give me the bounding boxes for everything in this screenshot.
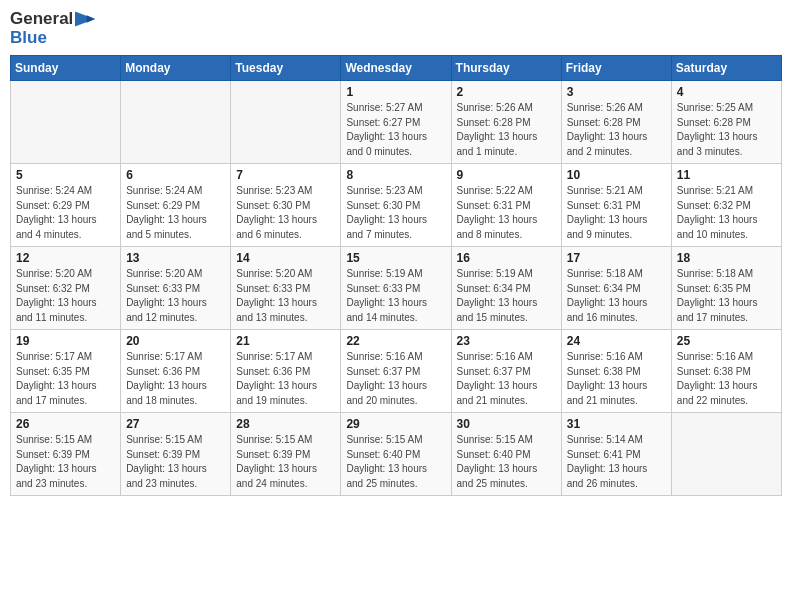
calendar-cell: 29Sunrise: 5:15 AMSunset: 6:40 PMDayligh…: [341, 413, 451, 496]
day-number: 11: [677, 168, 776, 182]
day-info: Sunrise: 5:20 AMSunset: 6:32 PMDaylight:…: [16, 267, 115, 325]
calendar-cell: 12Sunrise: 5:20 AMSunset: 6:32 PMDayligh…: [11, 247, 121, 330]
calendar-cell: 4Sunrise: 5:25 AMSunset: 6:28 PMDaylight…: [671, 81, 781, 164]
calendar-cell: 30Sunrise: 5:15 AMSunset: 6:40 PMDayligh…: [451, 413, 561, 496]
logo: General Blue: [10, 10, 95, 47]
calendar-cell: 31Sunrise: 5:14 AMSunset: 6:41 PMDayligh…: [561, 413, 671, 496]
day-info: Sunrise: 5:20 AMSunset: 6:33 PMDaylight:…: [126, 267, 225, 325]
calendar-cell: 10Sunrise: 5:21 AMSunset: 6:31 PMDayligh…: [561, 164, 671, 247]
day-info: Sunrise: 5:15 AMSunset: 6:39 PMDaylight:…: [236, 433, 335, 491]
calendar-cell: 17Sunrise: 5:18 AMSunset: 6:34 PMDayligh…: [561, 247, 671, 330]
day-number: 25: [677, 334, 776, 348]
day-number: 16: [457, 251, 556, 265]
calendar-cell: [11, 81, 121, 164]
day-number: 19: [16, 334, 115, 348]
header: General Blue: [10, 10, 782, 47]
day-info: Sunrise: 5:26 AMSunset: 6:28 PMDaylight:…: [567, 101, 666, 159]
calendar-cell: [231, 81, 341, 164]
weekday-header-thursday: Thursday: [451, 56, 561, 81]
calendar-cell: 11Sunrise: 5:21 AMSunset: 6:32 PMDayligh…: [671, 164, 781, 247]
day-number: 10: [567, 168, 666, 182]
day-info: Sunrise: 5:20 AMSunset: 6:33 PMDaylight:…: [236, 267, 335, 325]
day-info: Sunrise: 5:19 AMSunset: 6:34 PMDaylight:…: [457, 267, 556, 325]
day-number: 14: [236, 251, 335, 265]
day-number: 27: [126, 417, 225, 431]
calendar-cell: 25Sunrise: 5:16 AMSunset: 6:38 PMDayligh…: [671, 330, 781, 413]
calendar-cell: 15Sunrise: 5:19 AMSunset: 6:33 PMDayligh…: [341, 247, 451, 330]
day-info: Sunrise: 5:17 AMSunset: 6:36 PMDaylight:…: [236, 350, 335, 408]
day-number: 13: [126, 251, 225, 265]
day-number: 21: [236, 334, 335, 348]
calendar-cell: 23Sunrise: 5:16 AMSunset: 6:37 PMDayligh…: [451, 330, 561, 413]
weekday-header-row: SundayMondayTuesdayWednesdayThursdayFrid…: [11, 56, 782, 81]
day-info: Sunrise: 5:26 AMSunset: 6:28 PMDaylight:…: [457, 101, 556, 159]
day-number: 1: [346, 85, 445, 99]
day-number: 20: [126, 334, 225, 348]
calendar-week-row: 5Sunrise: 5:24 AMSunset: 6:29 PMDaylight…: [11, 164, 782, 247]
calendar-cell: 7Sunrise: 5:23 AMSunset: 6:30 PMDaylight…: [231, 164, 341, 247]
day-info: Sunrise: 5:18 AMSunset: 6:34 PMDaylight:…: [567, 267, 666, 325]
calendar-cell: 14Sunrise: 5:20 AMSunset: 6:33 PMDayligh…: [231, 247, 341, 330]
calendar-cell: 20Sunrise: 5:17 AMSunset: 6:36 PMDayligh…: [121, 330, 231, 413]
day-number: 26: [16, 417, 115, 431]
day-info: Sunrise: 5:23 AMSunset: 6:30 PMDaylight:…: [346, 184, 445, 242]
day-number: 29: [346, 417, 445, 431]
logo-container: General Blue: [10, 10, 95, 47]
calendar-cell: 6Sunrise: 5:24 AMSunset: 6:29 PMDaylight…: [121, 164, 231, 247]
day-info: Sunrise: 5:14 AMSunset: 6:41 PMDaylight:…: [567, 433, 666, 491]
day-info: Sunrise: 5:27 AMSunset: 6:27 PMDaylight:…: [346, 101, 445, 159]
day-info: Sunrise: 5:18 AMSunset: 6:35 PMDaylight:…: [677, 267, 776, 325]
weekday-header-monday: Monday: [121, 56, 231, 81]
calendar-cell: 27Sunrise: 5:15 AMSunset: 6:39 PMDayligh…: [121, 413, 231, 496]
day-info: Sunrise: 5:16 AMSunset: 6:38 PMDaylight:…: [567, 350, 666, 408]
day-info: Sunrise: 5:15 AMSunset: 6:39 PMDaylight:…: [16, 433, 115, 491]
day-number: 8: [346, 168, 445, 182]
weekday-header-sunday: Sunday: [11, 56, 121, 81]
calendar-cell: 9Sunrise: 5:22 AMSunset: 6:31 PMDaylight…: [451, 164, 561, 247]
calendar-cell: 1Sunrise: 5:27 AMSunset: 6:27 PMDaylight…: [341, 81, 451, 164]
day-number: 17: [567, 251, 666, 265]
day-info: Sunrise: 5:16 AMSunset: 6:38 PMDaylight:…: [677, 350, 776, 408]
day-number: 5: [16, 168, 115, 182]
day-number: 18: [677, 251, 776, 265]
day-number: 15: [346, 251, 445, 265]
logo-blue-text: Blue: [10, 29, 95, 48]
calendar-body: 1Sunrise: 5:27 AMSunset: 6:27 PMDaylight…: [11, 81, 782, 496]
day-info: Sunrise: 5:16 AMSunset: 6:37 PMDaylight:…: [457, 350, 556, 408]
day-info: Sunrise: 5:21 AMSunset: 6:31 PMDaylight:…: [567, 184, 666, 242]
calendar-header: SundayMondayTuesdayWednesdayThursdayFrid…: [11, 56, 782, 81]
day-number: 28: [236, 417, 335, 431]
svg-marker-1: [87, 16, 95, 24]
day-number: 9: [457, 168, 556, 182]
calendar-cell: 8Sunrise: 5:23 AMSunset: 6:30 PMDaylight…: [341, 164, 451, 247]
calendar-cell: 3Sunrise: 5:26 AMSunset: 6:28 PMDaylight…: [561, 81, 671, 164]
calendar-week-row: 12Sunrise: 5:20 AMSunset: 6:32 PMDayligh…: [11, 247, 782, 330]
day-number: 12: [16, 251, 115, 265]
day-number: 4: [677, 85, 776, 99]
calendar-cell: 13Sunrise: 5:20 AMSunset: 6:33 PMDayligh…: [121, 247, 231, 330]
day-info: Sunrise: 5:21 AMSunset: 6:32 PMDaylight:…: [677, 184, 776, 242]
day-info: Sunrise: 5:25 AMSunset: 6:28 PMDaylight:…: [677, 101, 776, 159]
weekday-header-tuesday: Tuesday: [231, 56, 341, 81]
day-info: Sunrise: 5:17 AMSunset: 6:36 PMDaylight:…: [126, 350, 225, 408]
day-info: Sunrise: 5:16 AMSunset: 6:37 PMDaylight:…: [346, 350, 445, 408]
logo-general-text: General: [10, 10, 73, 29]
calendar-week-row: 19Sunrise: 5:17 AMSunset: 6:35 PMDayligh…: [11, 330, 782, 413]
day-info: Sunrise: 5:24 AMSunset: 6:29 PMDaylight:…: [126, 184, 225, 242]
calendar-table: SundayMondayTuesdayWednesdayThursdayFrid…: [10, 55, 782, 496]
day-number: 23: [457, 334, 556, 348]
calendar-cell: [121, 81, 231, 164]
calendar-cell: 5Sunrise: 5:24 AMSunset: 6:29 PMDaylight…: [11, 164, 121, 247]
day-info: Sunrise: 5:24 AMSunset: 6:29 PMDaylight:…: [16, 184, 115, 242]
logo-flag-icon: [75, 10, 95, 28]
calendar-cell: 22Sunrise: 5:16 AMSunset: 6:37 PMDayligh…: [341, 330, 451, 413]
day-number: 31: [567, 417, 666, 431]
calendar-week-row: 1Sunrise: 5:27 AMSunset: 6:27 PMDaylight…: [11, 81, 782, 164]
weekday-header-wednesday: Wednesday: [341, 56, 451, 81]
day-number: 22: [346, 334, 445, 348]
calendar-cell: 18Sunrise: 5:18 AMSunset: 6:35 PMDayligh…: [671, 247, 781, 330]
day-info: Sunrise: 5:15 AMSunset: 6:39 PMDaylight:…: [126, 433, 225, 491]
calendar-cell: [671, 413, 781, 496]
calendar-cell: 19Sunrise: 5:17 AMSunset: 6:35 PMDayligh…: [11, 330, 121, 413]
weekday-header-friday: Friday: [561, 56, 671, 81]
